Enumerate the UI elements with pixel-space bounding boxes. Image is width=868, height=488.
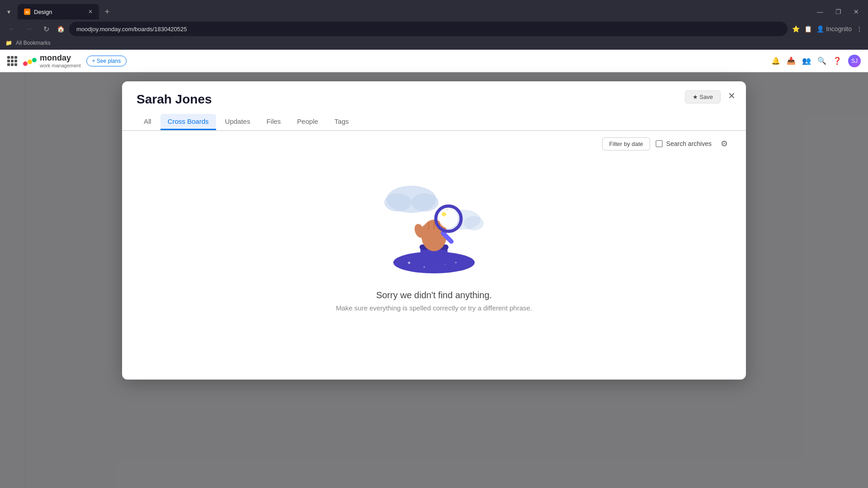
- modal-close-button[interactable]: ✕: [724, 89, 739, 103]
- restore-button[interactable]: ❐: [832, 5, 844, 18]
- bell-icon[interactable]: 🔔: [771, 56, 780, 65]
- svg-text:✦: ✦: [423, 265, 426, 269]
- search-icon[interactable]: 🔍: [817, 56, 826, 65]
- people-icon[interactable]: 👥: [802, 56, 811, 65]
- svg-point-8: [464, 216, 484, 230]
- modal-title: Sarah Jones: [137, 92, 731, 107]
- tab-all[interactable]: All: [137, 114, 159, 130]
- refresh-button[interactable]: ↻: [40, 23, 52, 35]
- window-controls: — ❐ ✕: [814, 5, 863, 18]
- monday-logo-icon: [23, 55, 37, 67]
- modal-toolbar: Filter by date Search archives ⚙: [122, 131, 746, 156]
- close-button[interactable]: ✕: [850, 5, 863, 18]
- tab-cross-boards[interactable]: Cross Boards: [160, 114, 216, 130]
- search-modal: ✕ ★ Save Sarah Jones AllCross BoardsUpda…: [122, 81, 746, 380]
- new-tab-button[interactable]: +: [101, 5, 113, 18]
- svg-text:✦: ✦: [407, 260, 411, 266]
- tab-design[interactable]: m Design ✕: [18, 4, 99, 19]
- sidebar-toggle-btn[interactable]: [7, 56, 17, 66]
- back-button[interactable]: ←: [5, 23, 18, 35]
- inbox-icon[interactable]: 📥: [787, 56, 796, 65]
- search-archives-label: Search archives: [666, 140, 712, 147]
- tab-updates[interactable]: Updates: [218, 114, 258, 130]
- modal-overlay: ✕ ★ Save Sarah Jones AllCross BoardsUpda…: [0, 72, 868, 488]
- address-bar-input[interactable]: [69, 22, 788, 36]
- forward-button[interactable]: →: [23, 23, 35, 35]
- see-plans-button[interactable]: + See plans: [86, 56, 127, 66]
- minimize-button[interactable]: —: [814, 5, 826, 18]
- tab-tags[interactable]: Tags: [327, 114, 356, 130]
- svg-point-4: [384, 193, 411, 211]
- settings-gear-button[interactable]: ⚙: [717, 136, 731, 151]
- save-button[interactable]: ★ Save: [685, 90, 721, 103]
- empty-state-subtitle: Make sure everything is spelled correctl…: [336, 304, 532, 312]
- tab-title: Design: [34, 9, 52, 15]
- page-body: ✕ ★ Save Sarah Jones AllCross BoardsUpda…: [0, 72, 868, 488]
- modal-header-actions: ★ Save: [685, 90, 721, 103]
- tab-bar: ▾ m Design ✕ + — ❐ ✕: [0, 0, 868, 20]
- filter-by-date-button[interactable]: Filter by date: [602, 137, 650, 150]
- svg-point-5: [411, 193, 439, 211]
- tab-files[interactable]: Files: [259, 114, 288, 130]
- empty-state-illustration: ✦ ✦ ✦ ✦: [371, 165, 497, 283]
- app-name: monday: [40, 53, 71, 62]
- browser-chrome: ▾ m Design ✕ + — ❐ ✕ ← → ↻ 🏠 ⭐ 📋 👤 Incog…: [0, 0, 868, 50]
- user-avatar[interactable]: SJ: [848, 55, 861, 67]
- app-sub-title: work management: [40, 63, 81, 68]
- tab-favicon: m: [24, 9, 30, 15]
- modal-header: Sarah Jones AllCross BoardsUpdatesFilesP…: [122, 81, 746, 131]
- svg-point-0: [23, 61, 28, 66]
- svg-point-2: [32, 58, 37, 62]
- header-actions: 🔔 📥 👥 🔍 ❓ SJ: [771, 55, 861, 67]
- bookmarks-label: All Bookmarks: [16, 40, 51, 46]
- tab-people[interactable]: People: [290, 114, 326, 130]
- tab-list-btn[interactable]: ▾: [5, 6, 12, 17]
- search-archives-container: Search archives: [656, 140, 712, 147]
- tabs-row: AllCross BoardsUpdatesFilesPeopleTags: [137, 114, 731, 130]
- address-bar-row: ← → ↻ 🏠 ⭐ 📋 👤 Incognito ⋮: [0, 20, 868, 38]
- svg-point-25: [442, 212, 446, 216]
- empty-state-title: Sorry we didn't find anything.: [376, 290, 492, 300]
- svg-point-1: [28, 60, 32, 64]
- app-logo: monday work management: [23, 53, 81, 68]
- help-icon[interactable]: ❓: [833, 56, 842, 65]
- bookmarks-bar: 📁 All Bookmarks: [0, 38, 868, 48]
- svg-point-24: [439, 209, 458, 228]
- svg-text:✦: ✦: [454, 261, 458, 265]
- search-archives-checkbox[interactable]: [656, 140, 663, 147]
- modal-content: ✦ ✦ ✦ ✦: [122, 156, 746, 330]
- svg-line-27: [450, 208, 452, 210]
- app-header: monday work management + See plans 🔔 📥 👥…: [0, 50, 868, 72]
- tab-close-btn[interactable]: ✕: [88, 9, 93, 15]
